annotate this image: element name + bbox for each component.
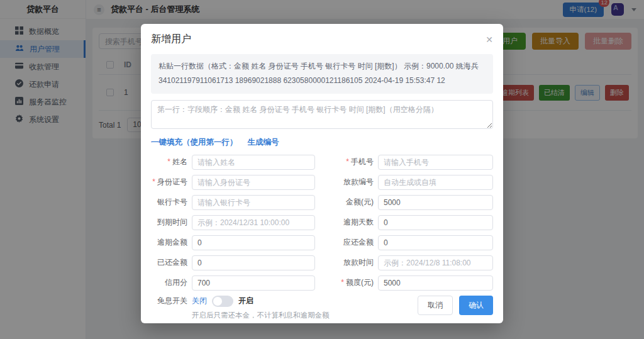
overdue-days-input[interactable] (378, 215, 493, 230)
name-label: 姓名 (151, 157, 187, 167)
interest-free-toggle[interactable] (212, 296, 233, 307)
repayable-amount-label: 应还金额 (319, 237, 374, 248)
overdue-amount-input[interactable] (192, 235, 315, 250)
amount-input[interactable] (378, 195, 493, 210)
repayable-amount-input[interactable] (378, 235, 493, 250)
phone-label: 手机号 (319, 157, 374, 167)
repaid-amount-label: 已还金额 (151, 257, 187, 268)
name-input[interactable] (192, 155, 315, 170)
loan-time-label: 放款时间 (319, 257, 374, 268)
due-time-input[interactable] (192, 215, 315, 230)
bank-card-label: 银行卡号 (151, 197, 187, 208)
modal-header: 新增用户 ✕ (151, 33, 493, 46)
paste-data-textarea[interactable] (151, 100, 493, 129)
quota-input[interactable] (378, 275, 493, 291)
loan-number-input[interactable] (378, 175, 493, 190)
one-click-fill-link[interactable]: 一键填充（使用第一行） (151, 137, 238, 148)
cancel-button[interactable]: 取消 (418, 296, 453, 315)
quota-label: 额度(元) (319, 277, 374, 288)
loan-number-label: 放款编号 (319, 177, 374, 187)
switch-off-label: 关闭 (192, 296, 207, 306)
quick-action-links: 一键填充（使用第一行） 生成编号 (151, 137, 493, 148)
phone-input[interactable] (378, 155, 493, 170)
repaid-amount-input[interactable] (192, 255, 315, 270)
modal-footer: 取消 确认 (418, 296, 493, 315)
id-number-label: 身份证号 (151, 177, 187, 187)
credit-score-input[interactable] (192, 275, 315, 291)
confirm-button[interactable]: 确认 (459, 296, 493, 315)
bank-card-input[interactable] (192, 195, 315, 210)
amount-label: 金额(元) (319, 197, 374, 208)
credit-score-label: 信用分 (151, 277, 187, 288)
overdue-days-label: 逾期天数 (319, 217, 374, 228)
app-window: 贷款平台 数据概览 用户管理 收款管理 还款申请 服务器监控 (0, 0, 644, 339)
switch-on-label: 开启 (238, 296, 253, 306)
loan-time-input[interactable] (378, 255, 493, 270)
modal-title: 新增用户 (151, 33, 191, 46)
close-icon[interactable]: ✕ (486, 35, 493, 44)
toggle-knob (213, 297, 222, 306)
overdue-amount-label: 逾期金额 (151, 237, 187, 248)
interest-free-switch-label: 免息开关 (151, 296, 187, 306)
paste-format-hint: 粘贴一行数据（格式：金额 姓名 身份证号 手机号 银行卡号 时间 [期数]） 示… (151, 54, 493, 94)
id-number-input[interactable] (192, 175, 315, 190)
add-user-modal: 新增用户 ✕ 粘贴一行数据（格式：金额 姓名 身份证号 手机号 银行卡号 时间 … (141, 24, 503, 323)
due-time-label: 到期时间 (151, 217, 187, 228)
generate-number-link[interactable]: 生成编号 (248, 137, 279, 148)
